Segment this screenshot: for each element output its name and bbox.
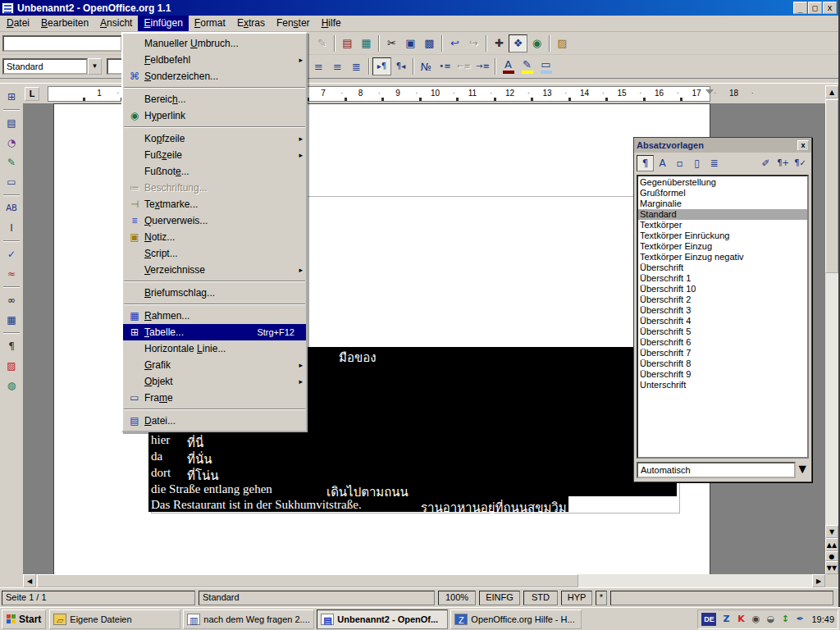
previous-page-icon[interactable]: ▲▲	[825, 538, 838, 551]
menu-item-verzeichnisse[interactable]: Verzeichnisse▸	[123, 262, 306, 278]
page-styles-icon[interactable]: ▯	[688, 155, 705, 171]
scroll-left-icon[interactable]: ◀	[23, 574, 36, 587]
menu-item-textmarke[interactable]: ⊣Textmarke...	[123, 196, 306, 212]
paste-icon[interactable]: ▩	[420, 34, 439, 52]
data-sources-icon[interactable]: ▦	[2, 311, 21, 329]
spellcheck-icon[interactable]: ✓	[2, 245, 21, 263]
update-style-icon[interactable]: ¶✓	[792, 155, 809, 171]
menu-einfügen[interactable]: Einfügen	[138, 16, 188, 31]
insert-object-icon[interactable]: ◔	[2, 134, 21, 152]
menu-format[interactable]: Format	[189, 16, 231, 31]
style-item[interactable]: Überschrift 4	[638, 316, 807, 326]
insert-picture-icon[interactable]: ▨	[553, 34, 572, 52]
style-item[interactable]: Überschrift 5	[638, 326, 807, 337]
right-to-left-icon[interactable]: ¶◂	[391, 57, 410, 75]
frame-styles-icon[interactable]: ▫	[671, 155, 688, 171]
copy-icon[interactable]: ▣	[401, 34, 420, 52]
redo-icon[interactable]: ↪	[464, 34, 483, 52]
export-pdf-icon[interactable]: ▤	[338, 34, 357, 52]
minimize-button[interactable]: _	[793, 2, 807, 14]
align-justify-icon[interactable]: ≣	[347, 57, 366, 75]
style-item[interactable]: Textkörper Einzug	[638, 241, 807, 252]
autospellcheck-icon[interactable]: ≈	[2, 265, 21, 283]
menu-item-notiz[interactable]: ▣Notiz...	[123, 229, 306, 245]
vertical-scrollbar[interactable]: ▲ ▼ ▲▲ ● ▼▼	[825, 85, 838, 574]
style-item[interactable]: Überschrift 1	[638, 273, 807, 284]
style-item[interactable]: Überschrift 3	[638, 305, 807, 316]
direct-cursor-icon[interactable]: I	[2, 219, 21, 237]
cut-icon[interactable]: ✂	[382, 34, 401, 52]
antivirus-icon[interactable]: K	[734, 613, 747, 626]
horizontal-scrollbar[interactable]: ◀ ▶	[23, 574, 825, 587]
stylist-icon[interactable]: ❖	[509, 34, 527, 52]
menu-item-sonderzeichen[interactable]: ⌘Sonderzeichen...	[123, 68, 306, 84]
style-item[interactable]: Marginalie	[638, 199, 807, 209]
style-item[interactable]: Grußformel	[638, 188, 807, 199]
paragraph-background-icon[interactable]: ▭	[536, 57, 555, 75]
stylist-filter-input[interactable]	[637, 462, 796, 478]
edit-file-icon[interactable]: ✎	[313, 34, 331, 52]
style-item[interactable]: Überschrift 10	[638, 284, 807, 294]
maximize-button[interactable]: □	[808, 2, 822, 14]
url-field[interactable]	[2, 35, 122, 52]
close-button[interactable]: x	[823, 2, 837, 14]
status-hyperlink-mode[interactable]: HYP	[561, 591, 592, 605]
menu-item-fußzeile[interactable]: Fußzeile▸	[123, 147, 306, 163]
menu-datei[interactable]: Datei	[1, 16, 35, 31]
style-item[interactable]: Überschrift	[638, 262, 807, 273]
quickstarter-icon[interactable]: Z	[719, 613, 733, 626]
nonprinting-characters-icon[interactable]: ¶	[2, 337, 21, 355]
fill-format-mode-icon[interactable]: ✐	[757, 155, 774, 171]
find-replace-icon[interactable]: ∞	[2, 291, 21, 309]
style-item[interactable]: Überschrift 2	[638, 294, 807, 305]
status-page-style[interactable]: Standard	[199, 591, 435, 605]
style-combo-dropdown-icon[interactable]: ▼	[88, 58, 102, 75]
style-item[interactable]: Standard	[638, 209, 807, 220]
font-name-input[interactable]	[107, 58, 123, 75]
stylist-close-icon[interactable]: x	[797, 140, 809, 151]
increase-indent-icon[interactable]: →≡	[473, 57, 492, 75]
align-right-icon[interactable]: ≡	[328, 57, 347, 75]
vertical-scrollbar-thumb[interactable]	[825, 99, 838, 273]
left-to-right-icon[interactable]: ▸¶	[372, 57, 391, 75]
next-page-icon[interactable]: ▼▼	[825, 561, 838, 574]
taskbar-button[interactable]: ZOpenOffice.org Hilfe - H...	[450, 609, 582, 629]
menu-extras[interactable]: Extras	[231, 16, 271, 31]
undo-icon[interactable]: ↩	[445, 34, 464, 52]
style-item[interactable]: Gegenüberstellung	[638, 177, 807, 188]
menu-item-hyperlink[interactable]: ◉Hyperlink	[123, 107, 306, 124]
taskbar-button[interactable]: ▥nach dem Weg fragen 2....	[183, 609, 314, 629]
insert-icon[interactable]: ▤	[2, 114, 21, 132]
style-item[interactable]: Textkörper Einzug negativ	[638, 252, 807, 262]
mouse-settings-icon[interactable]: ◒	[764, 613, 777, 626]
bullet-list-icon[interactable]: •≡	[436, 57, 454, 75]
numbered-list-icon[interactable]: №	[417, 57, 436, 75]
align-center-icon[interactable]: ≡	[309, 57, 328, 75]
menu-item-datei[interactable]: ▤Datei...	[123, 413, 306, 429]
language-indicator[interactable]: DE	[701, 613, 716, 626]
taskbar-button[interactable]: ▱Eigene Dateien	[49, 609, 180, 629]
draw-functions-icon[interactable]: ✎	[2, 153, 21, 171]
paragraph-styles-icon[interactable]: ¶	[637, 155, 654, 171]
font-color-icon[interactable]: A	[499, 57, 518, 75]
paragraph-style-input[interactable]	[2, 58, 88, 75]
stylist-filter-combo[interactable]: ▼	[637, 462, 809, 478]
style-item[interactable]: Überschrift 7	[638, 348, 807, 358]
gallery-icon[interactable]: ◉	[527, 34, 546, 52]
stylist-titlebar[interactable]: Absatzvorlagen x	[634, 138, 811, 153]
insert-table-icon[interactable]: ⊞	[2, 88, 21, 106]
status-selection-mode[interactable]: STD	[523, 591, 558, 605]
menu-bearbeiten[interactable]: Bearbeiten	[35, 16, 94, 31]
menu-fenster[interactable]: Fenster	[271, 16, 316, 31]
highlighting-icon[interactable]: ✎	[518, 57, 536, 75]
style-item[interactable]: Textkörper	[638, 220, 807, 231]
menu-item-objekt[interactable]: Objekt▸	[123, 373, 306, 390]
style-item[interactable]: Überschrift 8	[638, 358, 807, 369]
menu-hilfe[interactable]: Hilfe	[316, 16, 347, 31]
menu-item-kopfzeile[interactable]: Kopfzeile▸	[123, 130, 306, 147]
navigator-icon[interactable]: ✚	[490, 34, 509, 52]
scroll-down-icon[interactable]: ▼	[825, 525, 838, 538]
start-button[interactable]: Start	[2, 609, 46, 629]
navigation-dot-icon[interactable]: ●	[825, 551, 838, 561]
scroll-right-icon[interactable]: ▶	[812, 574, 825, 587]
